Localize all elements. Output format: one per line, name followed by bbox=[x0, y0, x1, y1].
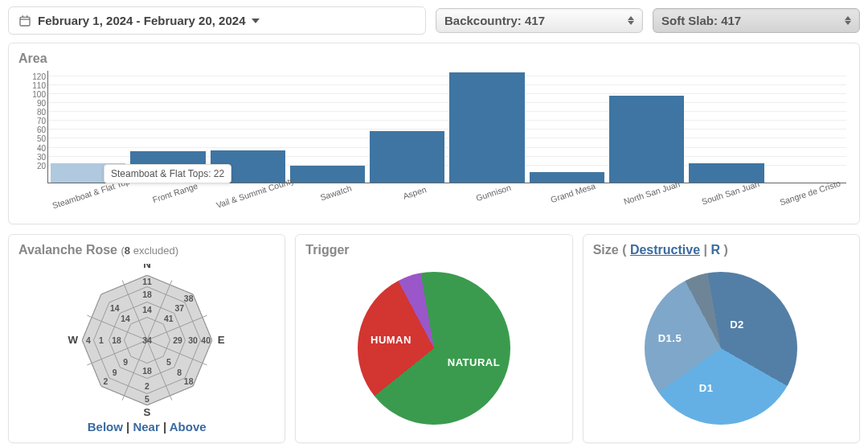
area-bar[interactable] bbox=[288, 71, 367, 183]
svg-text:2: 2 bbox=[145, 381, 149, 390]
svg-text:34: 34 bbox=[142, 335, 152, 344]
pie-slice-label: HUMAN bbox=[371, 334, 411, 346]
svg-text:37: 37 bbox=[174, 303, 184, 312]
area-panel: Area 2030405060708090100110120 Steamboat… bbox=[8, 43, 860, 224]
size-destructive-toggle[interactable]: Destructive bbox=[630, 243, 700, 257]
zone-filter-dropdown[interactable]: Backcountry: 417 bbox=[436, 8, 643, 33]
zone-filter-label: Backcountry: 417 bbox=[444, 14, 545, 27]
area-bar[interactable] bbox=[767, 71, 846, 183]
svg-text:9: 9 bbox=[112, 368, 117, 377]
svg-text:18: 18 bbox=[184, 377, 194, 386]
svg-text:18: 18 bbox=[142, 366, 152, 375]
date-range-selector[interactable]: February 1, 2024 - February 20, 2024 bbox=[8, 6, 426, 35]
svg-text:1: 1 bbox=[99, 335, 104, 344]
pie-slice-label: D2 bbox=[730, 319, 744, 331]
rose-legend[interactable]: Below | Near | Above bbox=[88, 420, 207, 434]
area-bar-chart[interactable]: 2030405060708090100110120 Steamboat & Fl… bbox=[18, 71, 850, 216]
pie-slice-label: D1 bbox=[699, 382, 714, 394]
svg-text:41: 41 bbox=[164, 314, 174, 323]
svg-text:E: E bbox=[217, 333, 224, 345]
bar-tooltip: Steamboat & Flat Tops: 22 bbox=[104, 164, 231, 183]
svg-text:S: S bbox=[143, 406, 150, 417]
svg-text:18: 18 bbox=[142, 290, 152, 298]
area-bar[interactable] bbox=[527, 71, 607, 183]
svg-text:5: 5 bbox=[145, 394, 149, 403]
svg-text:30: 30 bbox=[188, 335, 198, 344]
svg-text:4: 4 bbox=[86, 335, 91, 344]
trigger-panel-title: Trigger bbox=[305, 243, 562, 257]
calendar-icon bbox=[18, 14, 31, 27]
svg-text:W: W bbox=[68, 333, 78, 345]
caret-down-icon bbox=[252, 18, 260, 23]
svg-text:8: 8 bbox=[177, 368, 182, 377]
size-panel-title: Size ( Destructive | R ) bbox=[593, 243, 850, 257]
svg-text:11: 11 bbox=[142, 277, 152, 286]
svg-text:N: N bbox=[143, 264, 151, 270]
svg-rect-0 bbox=[20, 17, 30, 26]
avalanche-rose-chart[interactable]: 113840185241837308291141441295189181434N… bbox=[67, 264, 227, 417]
area-bar[interactable] bbox=[447, 71, 526, 183]
size-r-toggle[interactable]: R bbox=[710, 243, 720, 257]
pie-slice-label: NATURAL bbox=[448, 356, 500, 368]
type-filter-label: Soft Slab: 417 bbox=[661, 14, 741, 27]
date-range-label: February 1, 2024 - February 20, 2024 bbox=[38, 14, 245, 27]
sort-icon bbox=[845, 16, 851, 25]
svg-text:38: 38 bbox=[184, 294, 194, 303]
trigger-pie-chart[interactable]: NATURALHUMAN bbox=[358, 272, 510, 425]
svg-text:14: 14 bbox=[110, 303, 120, 312]
svg-text:14: 14 bbox=[121, 314, 130, 323]
pie-slice-label: D1.5 bbox=[658, 332, 682, 344]
svg-text:40: 40 bbox=[201, 335, 211, 344]
area-bar[interactable] bbox=[686, 71, 766, 183]
sort-icon bbox=[628, 16, 634, 25]
size-pie-chart[interactable]: D2D1D1.5 bbox=[645, 272, 797, 425]
svg-text:9: 9 bbox=[123, 357, 128, 366]
type-filter-dropdown[interactable]: Soft Slab: 417 bbox=[653, 8, 860, 33]
rose-panel: Avalanche Rose (8 excluded) 113840185241… bbox=[8, 234, 285, 443]
svg-text:29: 29 bbox=[173, 335, 182, 344]
trigger-panel: Trigger NATURALHUMAN bbox=[295, 234, 572, 443]
area-bar[interactable] bbox=[607, 71, 686, 183]
svg-text:2: 2 bbox=[103, 377, 108, 386]
svg-text:14: 14 bbox=[142, 305, 152, 314]
area-panel-title: Area bbox=[18, 51, 850, 66]
svg-text:5: 5 bbox=[166, 357, 171, 366]
area-bar[interactable] bbox=[367, 71, 447, 183]
size-panel: Size ( Destructive | R ) D2D1D1.5 bbox=[583, 234, 860, 443]
svg-text:18: 18 bbox=[112, 335, 121, 344]
rose-panel-title: Avalanche Rose (8 excluded) bbox=[18, 243, 275, 257]
